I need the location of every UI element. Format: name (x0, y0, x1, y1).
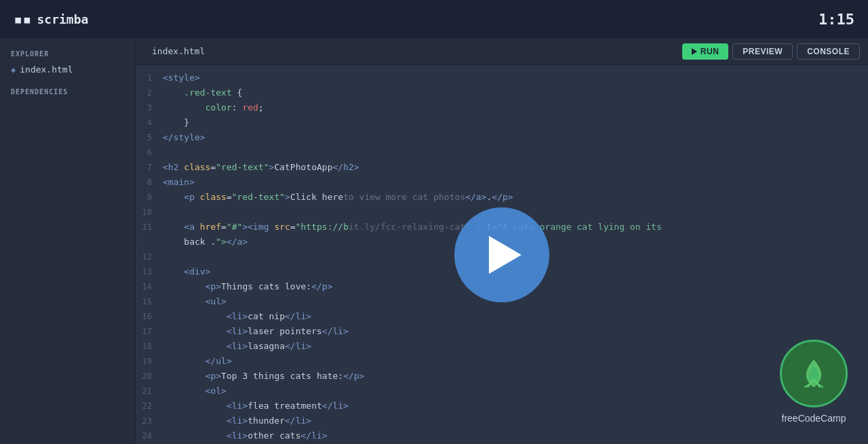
fcc-badge-logo (795, 355, 833, 392)
code-line-22: 22 <li>flea treatment</li> (136, 399, 868, 413)
code-line-4: 4 } (136, 115, 868, 130)
code-line-16: 16 <li>cat nip</li> (136, 309, 868, 324)
logo-text: scrimba (37, 12, 89, 26)
code-line-18: 18 <li>lasagna</li> (136, 339, 868, 354)
topbar: ▪▪ scrimba 1:15 (0, 0, 868, 38)
code-line-5: 5 </style> (136, 130, 868, 145)
fcc-badge: freeCodeCamp (780, 340, 848, 424)
explorer-label: EXPLORER (0, 46, 135, 62)
preview-button[interactable]: PREVIEW (732, 43, 793, 60)
file-icon: ◈ (11, 65, 16, 75)
code-line-17: 17 <li>laser pointers</li> (136, 324, 868, 339)
code-line-24: 24 <li>other cats</li> (136, 428, 868, 443)
code-line-21: 21 <ol> (136, 384, 868, 399)
code-line-23: 23 <li>thunder</li> (136, 413, 868, 428)
code-area: 1 <style> 2 .red-text { 3 color: red; 4 … (136, 65, 868, 444)
code-line-6: 6 (136, 145, 868, 160)
dependencies-label: DEPENDENCIES (0, 77, 135, 100)
code-line-20: 20 <p>Top 3 things cats hate:</p> (136, 369, 868, 384)
code-line-9: 9 <p class="red-text">Click hereto view … (136, 190, 868, 205)
code-line-8: 8 <main> (136, 175, 868, 190)
console-button[interactable]: CONSOLE (797, 43, 860, 60)
toolbar-buttons: RUN PREVIEW CONSOLE (682, 43, 860, 60)
editor-container: EXPLORER ◈ index.html DEPENDENCIES index… (0, 38, 868, 444)
fcc-badge-circle (780, 340, 848, 407)
run-label: RUN (701, 47, 719, 56)
logo-icon: ▪▪ (14, 11, 32, 28)
code-line-7: 7 <h2 class="red-text">CatPhotoApp</h2> (136, 160, 868, 175)
code-line-19: 19 </ul> (136, 354, 868, 369)
run-play-icon (692, 48, 697, 55)
toolbar: index.html RUN PREVIEW CONSOLE (136, 38, 868, 65)
main-panel: index.html RUN PREVIEW CONSOLE 1 <style>… (136, 38, 868, 444)
run-button[interactable]: RUN (682, 43, 729, 60)
logo: ▪▪ scrimba (14, 11, 88, 28)
play-button-overlay[interactable] (454, 207, 549, 302)
fcc-badge-text: freeCodeCamp (782, 413, 846, 424)
file-tab: index.html (144, 46, 682, 56)
sidebar: EXPLORER ◈ index.html DEPENDENCIES (0, 38, 136, 444)
code-line-1: 1 <style> (136, 70, 868, 85)
sidebar-filename: index.html (20, 64, 73, 75)
code-line-2: 2 .red-text { (136, 85, 868, 100)
play-icon (489, 236, 521, 274)
code-line-3: 3 color: red; (136, 100, 868, 115)
timer: 1:15 (818, 11, 854, 28)
sidebar-file-indexhtml[interactable]: ◈ index.html (0, 62, 135, 77)
